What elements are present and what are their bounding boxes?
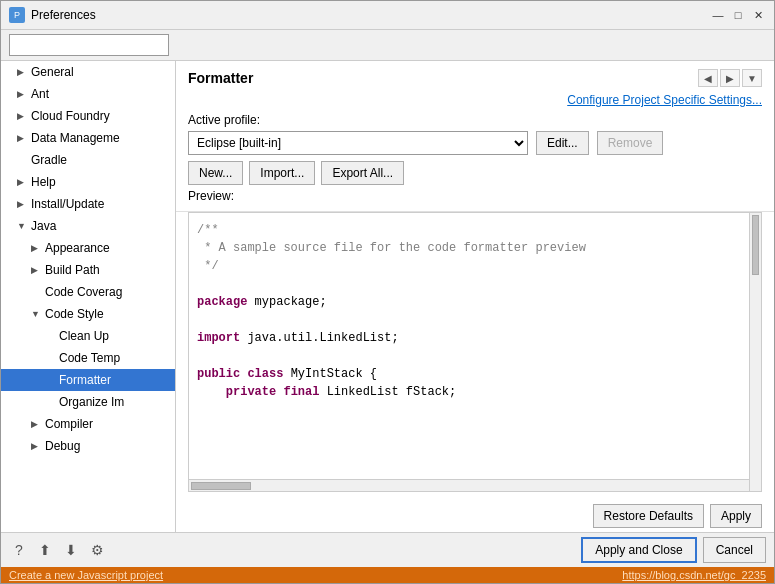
profile-select[interactable]: Eclipse [built-in] [188, 131, 528, 155]
code-line-9: public class MyIntStack { [197, 365, 753, 383]
code-line-2: * A sample source file for the code form… [197, 239, 753, 257]
apply-button[interactable]: Apply [710, 504, 762, 528]
tree-arrow-debug: ▶ [31, 441, 45, 451]
tree-item-ant[interactable]: ▶ Ant [1, 83, 175, 105]
tree-label-debug: Debug [45, 439, 80, 453]
tree-item-clean-up[interactable]: Clean Up [1, 325, 175, 347]
tree-item-code-style[interactable]: ▼ Code Style [1, 303, 175, 325]
tree-label-help: Help [31, 175, 56, 189]
export-all-button[interactable]: Export All... [321, 161, 404, 185]
tree-label-build-path: Build Path [45, 263, 100, 277]
vertical-scroll-thumb[interactable] [752, 215, 759, 275]
horizontal-scrollbar[interactable] [189, 479, 761, 491]
edit-button[interactable]: Edit... [536, 131, 589, 155]
preview-label: Preview: [188, 189, 762, 203]
code-line-6 [197, 311, 753, 329]
tree-item-compiler[interactable]: ▶ Compiler [1, 413, 175, 435]
action-bar: Restore Defaults Apply [176, 500, 774, 532]
preview-container: /** * A sample source file for the code … [188, 212, 762, 492]
code-line-1: /** [197, 221, 753, 239]
tree-arrow-cloud-foundry: ▶ [17, 111, 31, 121]
import-button[interactable]: Import... [249, 161, 315, 185]
tree-item-gradle[interactable]: Gradle [1, 149, 175, 171]
tree-arrow-compiler: ▶ [31, 419, 45, 429]
tree-arrow-data-management: ▶ [17, 133, 31, 143]
code-line-4 [197, 275, 753, 293]
profile-row: Eclipse [built-in] Edit... Remove [188, 131, 762, 155]
tree-label-code-coverage: Code Coverag [45, 285, 122, 299]
apply-and-close-button[interactable]: Apply and Close [581, 537, 696, 563]
code-line-3: */ [197, 257, 753, 275]
status-bar: Create a new Javascript project https://… [1, 567, 774, 583]
window-controls: — □ ✕ [710, 7, 766, 23]
active-profile-label: Active profile: [188, 113, 762, 127]
tree-arrow-code-style: ▼ [31, 309, 45, 319]
tree-item-java[interactable]: ▼ Java [1, 215, 175, 237]
export-icon[interactable]: ⬆ [35, 540, 55, 560]
footer-icons: ? ⬆ ⬇ ⚙ [9, 540, 107, 560]
tree-arrow-help: ▶ [17, 177, 31, 187]
tree-label-clean-up: Clean Up [59, 329, 109, 343]
right-panel: Formatter ◀ ▶ ▼ Configure Project Specif… [176, 61, 774, 532]
right-header-top: Formatter ◀ ▶ ▼ [188, 69, 762, 87]
tree-arrow-build-path: ▶ [31, 265, 45, 275]
main-content: ▶ General ▶ Ant ▶ Cloud Foundry ▶ Data M… [1, 60, 774, 532]
config-link[interactable]: Configure Project Specific Settings... [567, 93, 762, 107]
nav-buttons: ◀ ▶ ▼ [698, 69, 762, 87]
tree-item-organize-imports[interactable]: Organize Im [1, 391, 175, 413]
tree-arrow-appearance: ▶ [31, 243, 45, 253]
tree-item-data-management[interactable]: ▶ Data Manageme [1, 127, 175, 149]
footer: ? ⬆ ⬇ ⚙ Apply and Close Cancel [1, 532, 774, 567]
vertical-scrollbar[interactable] [749, 213, 761, 491]
tree-item-code-templates[interactable]: Code Temp [1, 347, 175, 369]
search-input[interactable] [9, 34, 169, 56]
tree-item-code-coverage[interactable]: Code Coverag [1, 281, 175, 303]
restore-defaults-button[interactable]: Restore Defaults [593, 504, 704, 528]
tree-item-install-update[interactable]: ▶ Install/Update [1, 193, 175, 215]
tree-label-code-style: Code Style [45, 307, 104, 321]
tree-arrow-ant: ▶ [17, 89, 31, 99]
code-line-8 [197, 347, 753, 365]
remove-button[interactable]: Remove [597, 131, 664, 155]
app-icon: P [9, 7, 25, 23]
tree-item-build-path[interactable]: ▶ Build Path [1, 259, 175, 281]
status-left-text[interactable]: Create a new Javascript project [9, 569, 163, 581]
settings-icon[interactable]: ⚙ [87, 540, 107, 560]
code-line-10: private final LinkedList fStack; [197, 383, 753, 401]
nav-dropdown-button[interactable]: ▼ [742, 69, 762, 87]
tree-label-compiler: Compiler [45, 417, 93, 431]
nav-forward-button[interactable]: ▶ [720, 69, 740, 87]
tree-item-appearance[interactable]: ▶ Appearance [1, 237, 175, 259]
footer-buttons: Apply and Close Cancel [581, 537, 766, 563]
tree-item-debug[interactable]: ▶ Debug [1, 435, 175, 457]
close-button[interactable]: ✕ [750, 7, 766, 23]
tree-label-formatter: Formatter [59, 373, 111, 387]
tree-item-help[interactable]: ▶ Help [1, 171, 175, 193]
right-header: Formatter ◀ ▶ ▼ Configure Project Specif… [176, 61, 774, 212]
maximize-button[interactable]: □ [730, 7, 746, 23]
nav-back-button[interactable]: ◀ [698, 69, 718, 87]
new-button[interactable]: New... [188, 161, 243, 185]
horizontal-scroll-thumb[interactable] [191, 482, 251, 490]
tree-label-code-templates: Code Temp [59, 351, 120, 365]
tree-panel: ▶ General ▶ Ant ▶ Cloud Foundry ▶ Data M… [1, 61, 176, 532]
code-line-5: package mypackage; [197, 293, 753, 311]
cancel-button[interactable]: Cancel [703, 537, 766, 563]
tree-arrow-java: ▼ [17, 221, 31, 231]
minimize-button[interactable]: — [710, 7, 726, 23]
tree-item-cloud-foundry[interactable]: ▶ Cloud Foundry [1, 105, 175, 127]
tree-label-organize-imports: Organize Im [59, 395, 124, 409]
tree-label-data-management: Data Manageme [31, 131, 120, 145]
status-right-link[interactable]: https://blog.csdn.net/gc_2235 [622, 569, 766, 581]
tree-label-install-update: Install/Update [31, 197, 104, 211]
search-bar [1, 30, 774, 60]
panel-title: Formatter [188, 70, 253, 86]
import-icon[interactable]: ⬇ [61, 540, 81, 560]
title-bar-left: P Preferences [9, 7, 96, 23]
help-icon[interactable]: ? [9, 540, 29, 560]
tree-item-formatter[interactable]: Formatter [1, 369, 175, 391]
tree-arrow-install-update: ▶ [17, 199, 31, 209]
window-title: Preferences [31, 8, 96, 22]
tree-item-general[interactable]: ▶ General [1, 61, 175, 83]
tree-arrow-general: ▶ [17, 67, 31, 77]
